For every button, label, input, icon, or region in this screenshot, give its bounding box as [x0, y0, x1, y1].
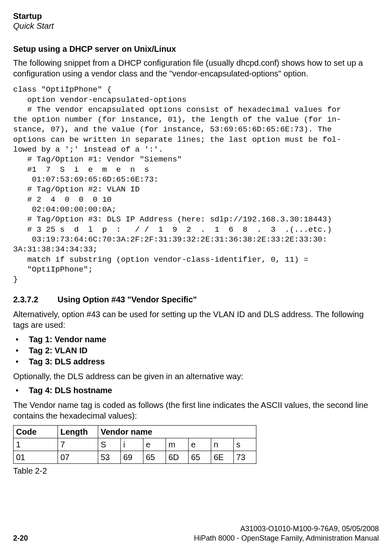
footer-doc-title: HiPath 8000 - OpenStage Family, Administ…: [194, 534, 379, 543]
cell-vendor-ascii-2: e: [143, 438, 166, 451]
footer-page-number: 2-20: [13, 534, 28, 543]
cell-length-hex: 07: [58, 451, 98, 464]
table-header-row: Code Length Vendor name: [14, 426, 256, 438]
tag-list-2: Tag 4: DLS hostname: [13, 385, 379, 396]
cell-vendor-hex-1: 69: [121, 451, 143, 464]
cell-vendor-hex-2: 65: [143, 451, 166, 464]
table-row-hex: 01 07 53 69 65 6D 65 6E 73: [14, 451, 256, 464]
bullet-tag4: Tag 4: DLS hostname: [13, 385, 379, 396]
cell-code-hex: 01: [14, 451, 58, 464]
section-title-text: Using Option #43 "Vendor Specific": [58, 295, 197, 304]
cell-vendor-ascii-3: m: [166, 438, 189, 451]
section2-paragraph1: Alternatively, option #43 can be used fo…: [13, 309, 379, 330]
running-head-bold: Startup: [13, 12, 379, 21]
section1-paragraph: The following snippet from a DHCP config…: [13, 58, 379, 79]
table-row-ascii: 1 7 S i e m e n s: [14, 438, 256, 451]
tag-list-1: Tag 1: Vendor name Tag 2: VLAN ID Tag 3:…: [13, 334, 379, 367]
th-length: Length: [58, 426, 98, 438]
th-code: Code: [14, 426, 58, 438]
table-caption: Table 2-2: [13, 466, 379, 476]
cell-length-ascii: 7: [58, 438, 98, 451]
cell-code-ascii: 1: [14, 438, 58, 451]
footer-doc-id: A31003-O1010-M100-9-76A9, 05/05/2008: [194, 524, 379, 534]
section-title-dhcp: Setup using a DHCP server on Unix/Linux: [13, 44, 379, 54]
cell-vendor-ascii-1: i: [121, 438, 143, 451]
cell-vendor-hex-4: 65: [189, 451, 211, 464]
bullet-tag2: Tag 2: VLAN ID: [13, 345, 379, 356]
section-number: 2.3.7.2: [13, 295, 58, 304]
cell-vendor-ascii-6: s: [234, 438, 256, 451]
vendor-name-table: Code Length Vendor name 1 7 S i e m e n …: [13, 425, 256, 464]
section-heading-option43: 2.3.7.2Using Option #43 "Vendor Specific…: [13, 295, 379, 304]
th-vendor: Vendor name: [98, 426, 256, 438]
cell-vendor-ascii-0: S: [98, 438, 121, 451]
dhcp-config-code: class "OptiIpPhone" { option vendor-enca…: [13, 85, 379, 284]
footer-right-block: A31003-O1010-M100-9-76A9, 05/05/2008 HiP…: [194, 524, 379, 543]
running-head-italic: Quick Start: [13, 21, 379, 30]
bullet-tag1: Tag 1: Vendor name: [13, 334, 379, 345]
cell-vendor-hex-0: 53: [98, 451, 121, 464]
section2-paragraph2: Optionally, the DLS address can be given…: [13, 371, 379, 382]
bullet-tag3: Tag 3: DLS address: [13, 356, 379, 367]
document-page: Startup Quick Start Setup using a DHCP s…: [0, 0, 392, 555]
cell-vendor-ascii-4: e: [189, 438, 211, 451]
cell-vendor-ascii-5: n: [211, 438, 234, 451]
cell-vendor-hex-5: 6E: [211, 451, 234, 464]
cell-vendor-hex-6: 73: [234, 451, 256, 464]
cell-vendor-hex-3: 6D: [166, 451, 189, 464]
section2-paragraph3: The Vendor name tag is coded as follows …: [13, 400, 379, 421]
